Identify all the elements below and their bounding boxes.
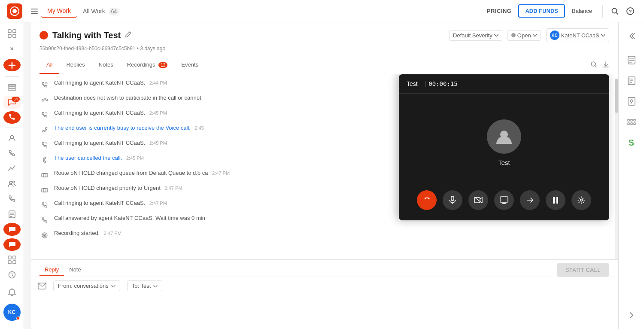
rs-history-button[interactable]	[623, 72, 640, 89]
sidebar-new-button[interactable]	[3, 59, 21, 71]
status-selector[interactable]: Open	[507, 30, 541, 41]
sidebar-item-dashboard[interactable]	[3, 27, 21, 40]
message-content: Recording started. 2:47 PM	[54, 230, 609, 236]
sidebar-item-phone4[interactable]	[3, 269, 21, 281]
rs-grid-button[interactable]	[623, 113, 640, 131]
svg-rect-71	[631, 123, 632, 125]
message-time: 2:44 PM	[149, 80, 167, 85]
sidebar-notifications[interactable]	[3, 284, 21, 301]
svg-rect-37	[43, 174, 48, 177]
mute-button[interactable]	[443, 190, 462, 210]
route-icon	[39, 170, 50, 180]
conversation-tabs: All Replies Notes Recordings 12 Events	[31, 56, 618, 74]
svg-rect-36	[42, 174, 46, 177]
messages-list: Call ringing to agent KateNT CCaaS. 2:44…	[31, 74, 618, 259]
message-time: 2:47 PM	[164, 186, 182, 191]
reply-from-selector[interactable]: From: conversations	[53, 280, 120, 291]
sidebar-item-reports[interactable]	[3, 208, 21, 220]
reply-from-row: From: conversations To: Test	[31, 277, 618, 295]
svg-rect-55	[628, 56, 635, 64]
svg-text:?: ?	[629, 9, 632, 14]
add-funds-button[interactable]: ADD FUNDS	[518, 4, 565, 18]
rs-contact-info-button[interactable]	[623, 52, 640, 69]
tab-replies[interactable]: Replies	[59, 56, 91, 74]
start-call-button[interactable]: START CALL	[557, 263, 609, 277]
tab-all-work-label: All Work	[83, 8, 105, 15]
sidebar-item-boards[interactable]	[3, 81, 21, 93]
settings-button[interactable]	[571, 190, 591, 210]
call-widget: Test | 00:00:15 Test	[399, 74, 609, 220]
sidebar-item-contacts[interactable]	[3, 132, 21, 144]
phone-cancel-icon	[39, 155, 50, 165]
hangup-button[interactable]	[413, 186, 440, 214]
severity-selector[interactable]: Default Severity	[449, 30, 502, 41]
message-scrollbar[interactable]	[615, 74, 618, 259]
svg-rect-9	[8, 30, 11, 33]
reply-tab-note[interactable]: Note	[64, 264, 86, 276]
reply-input-area[interactable]	[31, 295, 618, 329]
svg-rect-39	[43, 189, 48, 192]
severity-label: Default Severity	[453, 32, 492, 39]
sidebar-item-phone2[interactable]	[3, 147, 21, 159]
conversation-header: Talking with Test Default Severity Open	[31, 22, 618, 56]
pricing-link[interactable]: PRICING	[487, 8, 512, 14]
sidebar-item-analytics[interactable]	[3, 162, 21, 175]
call-timer: 00:00:15	[428, 80, 457, 87]
sidebar-item-chat-orange1[interactable]	[3, 223, 21, 235]
sidebar-user-avatar[interactable]: KC	[3, 304, 21, 321]
nav-expand-button[interactable]	[27, 4, 41, 18]
svg-point-65	[630, 100, 633, 102]
conversations-badge: 64	[12, 97, 19, 102]
rs-expand-right-button[interactable]	[623, 307, 640, 324]
svg-rect-38	[42, 189, 46, 192]
svg-line-33	[595, 65, 597, 67]
reply-tab-reply[interactable]: Reply	[39, 264, 64, 276]
pause-button[interactable]	[546, 190, 565, 210]
tab-recordings[interactable]: Recordings 12	[120, 56, 175, 74]
search-button[interactable]	[608, 4, 622, 18]
sidebar-item-team[interactable]	[3, 177, 21, 190]
sidebar-item-phone[interactable]	[3, 111, 21, 124]
svg-rect-16	[8, 87, 16, 88]
tab-all-work-count: 64	[109, 8, 119, 15]
rs-kb-button[interactable]	[623, 93, 640, 110]
tab-my-work[interactable]: My Work	[41, 5, 77, 18]
sidebar-item-chat-orange2[interactable]	[3, 238, 21, 251]
sidebar-item-grid2[interactable]	[3, 253, 21, 266]
search-messages-button[interactable]	[590, 61, 597, 70]
sidebar-expand[interactable]: »	[3, 42, 21, 55]
sidebar-item-conversations[interactable]: 64	[3, 96, 21, 108]
sidebar-item-phone3[interactable]	[3, 193, 21, 205]
tab-all[interactable]: All	[39, 56, 59, 74]
message-text: Call ringing to agent KateNT CCaaS.	[54, 200, 145, 206]
message-time: 2:45 PM	[149, 110, 167, 116]
download-button[interactable]	[602, 61, 609, 70]
svg-rect-10	[13, 30, 16, 33]
reply-to-selector[interactable]: To: Test	[127, 280, 163, 291]
svg-rect-63	[628, 78, 630, 84]
video-off-button[interactable]	[468, 190, 488, 210]
svg-rect-11	[8, 34, 11, 37]
conversation-panel: Talking with Test Default Severity Open	[31, 22, 618, 329]
rs-collapse-button[interactable]	[623, 27, 640, 45]
message-time: 2:47 PM	[149, 201, 167, 206]
agent-selector[interactable]: KC KateNT CCaaS	[546, 28, 609, 42]
transfer-button[interactable]	[520, 190, 540, 210]
screen-share-button[interactable]	[494, 190, 514, 210]
reply-bar: Reply Note START CALL From: conversation…	[31, 259, 618, 329]
svg-point-1	[12, 9, 17, 13]
svg-rect-67	[628, 119, 629, 121]
reply-from-label: From: conversations	[58, 283, 109, 289]
rs-shopify-button[interactable]: S	[623, 134, 640, 151]
reply-to-label: To: Test	[132, 283, 151, 289]
message-time: 2:47 PM	[104, 231, 122, 236]
edit-title-button[interactable]	[125, 31, 132, 40]
message-text: Call ringing to agent KateNT CCaaS.	[54, 79, 145, 86]
svg-rect-64	[628, 97, 635, 105]
tab-events[interactable]: Events	[174, 56, 205, 74]
message-text: Destination does not wish to participate…	[54, 94, 201, 101]
message-item: Recording started. 2:47 PM	[39, 230, 609, 241]
tab-all-work[interactable]: All Work 64	[77, 5, 125, 17]
help-button[interactable]: ?	[623, 4, 637, 18]
tab-notes[interactable]: Notes	[92, 56, 120, 74]
